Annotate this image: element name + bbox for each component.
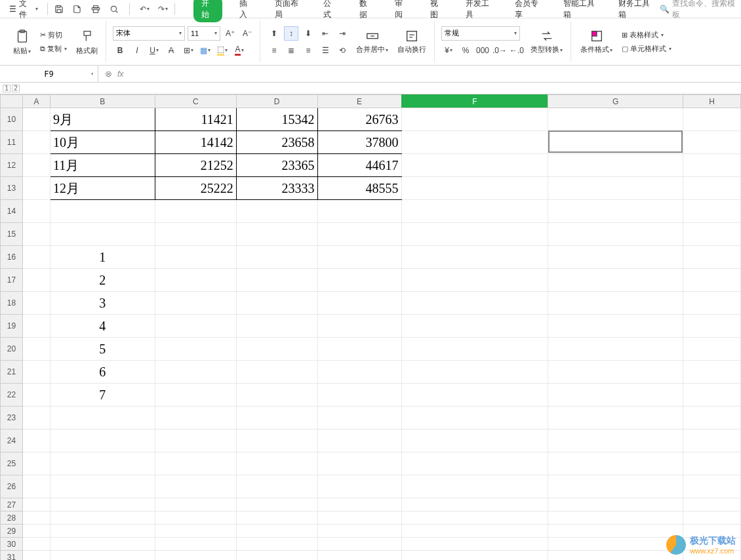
cell-H15[interactable] xyxy=(683,223,741,246)
cell-B31[interactable] xyxy=(50,551,155,561)
cell-B17[interactable]: 2 xyxy=(50,269,155,292)
cell-A11[interactable] xyxy=(22,131,50,154)
comma-icon[interactable]: 000 xyxy=(475,43,490,58)
cell-E12[interactable]: 44617 xyxy=(317,154,401,177)
cell-C23[interactable] xyxy=(155,407,236,430)
column-header-H[interactable]: H xyxy=(683,95,741,108)
row-header-20[interactable]: 20 xyxy=(1,338,23,361)
cell-E15[interactable] xyxy=(317,223,401,246)
cell-F25[interactable] xyxy=(401,452,548,475)
column-header-B[interactable]: B xyxy=(50,95,155,108)
cell-B27[interactable] xyxy=(50,498,155,511)
outline-level-2[interactable]: 2 xyxy=(12,85,20,92)
row-header-26[interactable]: 26 xyxy=(1,475,23,498)
save-icon[interactable] xyxy=(53,3,65,15)
cell-D13[interactable]: 23333 xyxy=(236,177,317,200)
cell-D30[interactable] xyxy=(236,538,317,551)
cell-G26[interactable] xyxy=(548,475,683,498)
row-header-25[interactable]: 25 xyxy=(1,452,23,475)
cell-D21[interactable] xyxy=(236,361,317,384)
row-header-21[interactable]: 21 xyxy=(1,361,23,384)
number-format-select[interactable]: 常规▾ xyxy=(441,26,520,41)
column-header-D[interactable]: D xyxy=(236,95,317,108)
cell-G14[interactable] xyxy=(548,200,683,223)
row-header-15[interactable]: 15 xyxy=(1,223,23,246)
name-box[interactable]: F9 ▾ xyxy=(0,66,98,82)
cell-H28[interactable] xyxy=(683,511,741,525)
cell-A13[interactable] xyxy=(22,177,50,200)
cell-H25[interactable] xyxy=(683,452,741,475)
select-all-corner[interactable] xyxy=(1,95,23,108)
cell-D10[interactable]: 15342 xyxy=(236,108,317,131)
justify-icon[interactable]: ☰ xyxy=(318,43,332,58)
tab-公式[interactable]: 公式 xyxy=(318,0,342,22)
cell-A20[interactable] xyxy=(22,338,50,361)
row-header-17[interactable]: 17 xyxy=(1,269,23,292)
cell-F24[interactable] xyxy=(401,430,548,452)
cell-E20[interactable] xyxy=(317,338,401,361)
cell-A31[interactable] xyxy=(22,551,50,561)
cell-B18[interactable]: 3 xyxy=(50,292,155,315)
border-button[interactable]: ⊞▾ xyxy=(181,43,195,58)
bold-button[interactable]: B xyxy=(113,43,127,58)
cell-E28[interactable] xyxy=(317,511,401,525)
cell-G22[interactable] xyxy=(548,384,683,407)
row-header-31[interactable]: 31 xyxy=(1,551,23,561)
cell-G20[interactable] xyxy=(548,338,683,361)
currency-icon[interactable]: ¥▾ xyxy=(441,43,456,58)
cell-G21[interactable] xyxy=(548,361,683,384)
cell-D29[interactable] xyxy=(236,525,317,538)
cell-D12[interactable]: 23365 xyxy=(236,154,317,177)
row-header-11[interactable]: 11 xyxy=(1,131,23,154)
cell-A16[interactable] xyxy=(22,246,50,269)
cancel-icon[interactable]: ⊗ xyxy=(105,69,112,79)
cell-A30[interactable] xyxy=(22,538,50,551)
cell-B25[interactable] xyxy=(50,452,155,475)
cell-F23[interactable] xyxy=(401,407,548,430)
cell-F16[interactable] xyxy=(401,246,548,269)
cell-A26[interactable] xyxy=(22,475,50,498)
row-header-22[interactable]: 22 xyxy=(1,384,23,407)
undo-icon[interactable]: ↶▾ xyxy=(139,3,151,15)
italic-button[interactable]: I xyxy=(130,43,144,58)
cell-F26[interactable] xyxy=(401,475,548,498)
cell-D15[interactable] xyxy=(236,223,317,246)
cell-B19[interactable]: 4 xyxy=(50,315,155,338)
cell-B10[interactable]: 9月 xyxy=(50,108,155,131)
format-painter-button[interactable]: 格式刷 xyxy=(73,26,100,57)
cell-G12[interactable] xyxy=(548,154,683,177)
cell-H17[interactable] xyxy=(683,269,741,292)
cell-B22[interactable]: 7 xyxy=(50,384,155,407)
cell-C15[interactable] xyxy=(155,223,236,246)
cell-D26[interactable] xyxy=(236,475,317,498)
cell-C31[interactable] xyxy=(155,551,236,561)
align-left-icon[interactable]: ≡ xyxy=(267,43,281,58)
cell-B20[interactable]: 5 xyxy=(50,338,155,361)
cell-B13[interactable]: 12月 xyxy=(50,177,155,200)
print-icon[interactable] xyxy=(90,3,102,15)
decrease-indent-icon[interactable]: ⇤ xyxy=(318,26,332,41)
cell-C10[interactable]: 11421 xyxy=(155,108,236,131)
column-header-E[interactable]: E xyxy=(317,95,401,108)
cell-D16[interactable] xyxy=(236,246,317,269)
cell-H10[interactable] xyxy=(683,108,741,131)
cell-A22[interactable] xyxy=(22,384,50,407)
cell-B21[interactable]: 6 xyxy=(50,361,155,384)
font-size-select[interactable]: 11▾ xyxy=(188,26,220,41)
cell-A25[interactable] xyxy=(22,452,50,475)
outline-levels[interactable]: 1 2 xyxy=(0,83,741,94)
cell-G19[interactable] xyxy=(548,315,683,338)
tab-插入[interactable]: 插入 xyxy=(234,0,258,22)
cell-B23[interactable] xyxy=(50,407,155,430)
cell-B30[interactable] xyxy=(50,538,155,551)
cell-D14[interactable] xyxy=(236,200,317,223)
align-bottom-icon[interactable]: ⬇ xyxy=(301,26,315,41)
cell-F21[interactable] xyxy=(401,361,548,384)
cell-B24[interactable] xyxy=(50,430,155,452)
wrap-text-button[interactable]: 自动换行 xyxy=(395,28,429,56)
cell-B26[interactable] xyxy=(50,475,155,498)
cell-F15[interactable] xyxy=(401,223,548,246)
tab-审阅[interactable]: 审阅 xyxy=(390,0,413,22)
cell-D18[interactable] xyxy=(236,292,317,315)
increase-decimal-icon[interactable]: .0→ xyxy=(492,43,507,58)
